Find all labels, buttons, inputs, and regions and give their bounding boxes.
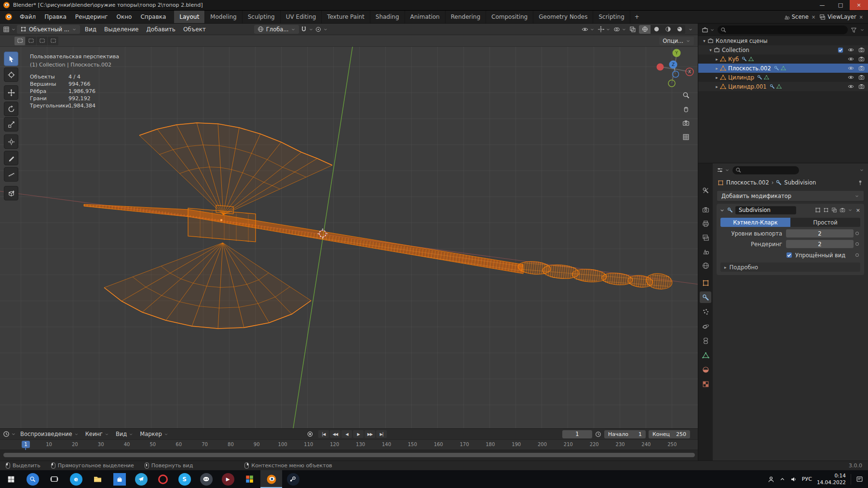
modifier-delete-button[interactable]: × [855,207,861,213]
disable-render-toggle[interactable] [858,65,865,71]
chevup-icon[interactable] [779,476,786,482]
workspace-tab[interactable]: Compositing [486,11,533,23]
topbar-menu-item[interactable]: Файл [15,12,40,22]
timeline-editor-type-button[interactable] [3,431,16,437]
minimize-button[interactable]: — [813,0,831,10]
taskbar-blender-button[interactable] [260,470,282,488]
properties-options-icon[interactable] [859,168,864,172]
shading-rendered-button[interactable] [674,25,685,34]
breadcrumb-object[interactable]: Плоскость.002 [726,179,769,186]
hide-viewport-toggle[interactable] [848,83,854,90]
outliner-search-input[interactable] [718,26,848,34]
blender-menu-icon[interactable] [5,13,13,21]
timeline-menu-item[interactable]: Воспроизведение [17,430,82,438]
workspace-tab[interactable]: Animation [405,11,446,23]
viewlayer-selector[interactable]: ViewLayer × [819,13,864,20]
pan-button[interactable] [681,104,691,114]
properties-tab-view-layer[interactable] [700,232,711,243]
outliner-item-name[interactable]: Плоскость.002 [728,65,771,72]
current-frame-field[interactable]: 1 [562,430,592,438]
notif-icon[interactable] [856,475,863,483]
select-mode-button[interactable] [26,37,36,45]
expander-icon[interactable]: ▸ [714,66,720,71]
properties-tab-object-data[interactable] [700,349,711,361]
clock-icon[interactable] [595,431,601,437]
frame-start-field[interactable]: Начало 1 [604,430,646,438]
hide-viewport-toggle[interactable] [848,56,854,62]
taskbar-explorer-button[interactable] [87,470,108,488]
speaker-icon[interactable] [790,476,797,483]
workspace-tab[interactable]: Geometry Nodes [533,11,593,23]
outliner-row[interactable]: ▾Коллекция сцены [698,36,868,45]
render-toggle[interactable] [840,207,845,213]
advanced-subpanel[interactable]: ▸ Подробно [720,263,860,272]
taskbar-discord-button[interactable] [195,470,217,488]
people-icon[interactable] [768,476,774,483]
prev-keyframe-button[interactable]: ◀◀ [330,430,340,438]
sliders-icon[interactable] [717,167,723,173]
topbar-menu-item[interactable]: Правка [40,12,71,22]
clock-icon[interactable] [3,431,10,437]
outliner-item-name[interactable]: Цилиндр.001 [728,83,767,90]
scene-selector[interactable]: Scene × [784,13,816,20]
viewport-menu-item[interactable]: Объект [179,25,210,34]
modifier-extras-icon[interactable] [848,208,853,212]
auto-key-toggle[interactable] [307,431,313,437]
viewport-menu-item[interactable]: Вид [81,25,100,34]
tool-move-button[interactable] [4,85,18,100]
hide-viewport-toggle[interactable] [848,47,854,53]
expander-icon[interactable]: ▸ [714,75,720,80]
preview-range-icon[interactable] [595,431,601,437]
properties-tab-object[interactable] [700,277,711,289]
expander-icon[interactable]: ▸ [714,57,720,62]
outliner-row[interactable]: ▸Цилиндр [698,73,868,82]
outliner-editor-type-button[interactable] [702,26,715,33]
playhead[interactable]: 1 [22,441,30,448]
person-icon[interactable] [768,476,774,483]
editor-type-button[interactable] [3,26,16,33]
outliner-row[interactable]: ▸Куб [698,54,868,64]
disable-render-toggle[interactable] [858,47,865,53]
expander-icon[interactable]: ▾ [707,48,714,53]
play-reverse-button[interactable]: ◀ [341,430,352,438]
timeline-menu-item[interactable]: Вид [112,430,136,438]
tool-cursor-3d-button[interactable] [4,67,18,82]
check-icon[interactable] [786,252,792,258]
modifier-name-field[interactable]: Subdivision [735,206,796,214]
notification-center-icon[interactable] [856,475,863,483]
tool-rotate-button[interactable] [4,102,18,116]
tool-transform-button[interactable] [4,134,18,149]
close-button[interactable]: × [850,0,868,10]
number-field[interactable]: 2 [786,229,854,237]
subdivision-type-button[interactable]: Простой [790,218,860,227]
disable-render-toggle[interactable] [858,56,865,62]
pin-icon[interactable] [857,180,863,185]
workspace-tab[interactable]: Shading [370,11,405,23]
properties-tab-texture[interactable] [700,378,711,390]
frame-end-field[interactable]: Конец 250 [649,430,690,438]
transform-orientation-dropdown[interactable]: Глоба... [254,25,299,34]
properties-tab-output[interactable] [700,218,711,229]
properties-tab-tool[interactable] [700,185,711,196]
select-mode-button[interactable] [14,37,25,45]
taskbar-task-view-button[interactable] [43,470,65,488]
taskbar-start-button[interactable] [0,470,22,488]
workspace-tab[interactable]: Modeling [205,11,243,23]
subdivision-type-button[interactable]: Кэтмелл-Кларк [720,218,790,227]
select-mode-button[interactable] [37,37,47,45]
animate-dot-icon[interactable] [855,253,859,257]
shading-solid-button[interactable] [651,25,662,34]
on-cage-toggle[interactable] [815,207,821,213]
play-button[interactable]: ▶ [353,430,364,438]
workspace-tab[interactable]: UV Editing [281,11,322,23]
taskbar-photos-button[interactable] [239,470,260,488]
select-mode-button[interactable] [48,37,58,45]
jump-start-button[interactable]: |◀ [318,430,329,438]
snapping-button[interactable] [300,26,313,33]
modifier-panel-header[interactable]: Subdivision × [717,204,864,216]
outliner-row[interactable]: ▸Плоскость.002 [698,64,868,73]
breadcrumb-modifier[interactable]: Subdivision [784,179,816,186]
add-modifier-button[interactable]: Добавить модификатор [717,190,864,201]
camera-view-button[interactable] [681,118,691,128]
properties-tab-modifiers[interactable] [700,291,711,303]
